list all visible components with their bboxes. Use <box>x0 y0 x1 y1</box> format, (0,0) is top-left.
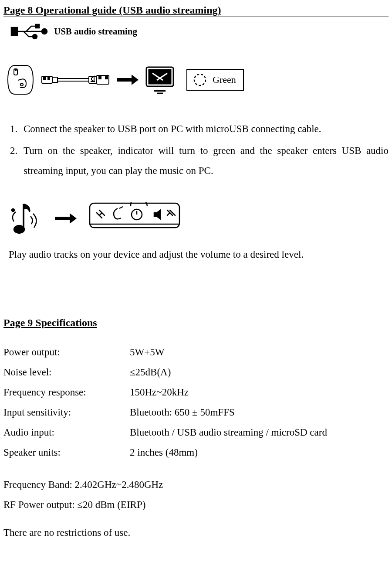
svg-rect-16 <box>99 77 101 79</box>
spec-value: 150Hz~20kHz <box>130 382 189 402</box>
page8-title: Page 8 Operational guide (USB audio stre… <box>3 4 221 17</box>
spec-row: Input sensitivity: Bluetooth: 650 ± 50mF… <box>3 402 389 422</box>
spec-label: Noise level: <box>3 362 130 382</box>
spec-label: Audio input: <box>3 422 130 443</box>
page8-header: Page 8 Operational guide (USB audio stre… <box>3 4 389 17</box>
spec-row: Frequency response: 150Hz~20kHz <box>3 382 389 402</box>
extra-spec-line: Frequency Band: 2.402GHz~2.480GHz <box>3 475 389 495</box>
step-item: Connect the speaker to USB port on PC wi… <box>20 119 389 139</box>
svg-point-26 <box>14 225 24 233</box>
svg-rect-20 <box>149 70 171 84</box>
svg-rect-9 <box>44 78 45 79</box>
svg-point-4 <box>33 34 37 39</box>
specifications-table: Power output: 5W+5W Noise level: ≤25dB(A… <box>3 342 389 463</box>
spec-label: Speaker units: <box>3 443 130 463</box>
usb-streaming-label-row: USB audio streaming <box>9 22 389 41</box>
usb-cable-icon <box>41 72 111 88</box>
spec-label: Power output: <box>3 342 130 362</box>
usb-streaming-label: USB audio streaming <box>54 26 137 37</box>
spec-value: ≤25dB(A) <box>130 362 171 382</box>
extra-specifications: Frequency Band: 2.402GHz~2.480GHz RF Pow… <box>3 475 389 515</box>
svg-rect-11 <box>52 77 57 82</box>
restrictions-note: There are no restrictions of use. <box>3 527 389 538</box>
music-note-icon <box>8 199 43 238</box>
spec-row: Speaker units: 2 inches (48mm) <box>3 443 389 463</box>
spec-row: Audio input: Bluetooth / USB audio strea… <box>3 422 389 443</box>
controls-panel-icon <box>89 202 180 235</box>
svg-point-7 <box>20 83 23 86</box>
page9-title: Page 9 Specifications <box>3 317 97 329</box>
monitor-icon <box>145 65 175 94</box>
usb-icon <box>9 22 48 41</box>
play-instruction: Play audio tracks on your device and adj… <box>9 249 389 260</box>
svg-rect-10 <box>48 78 50 79</box>
svg-point-2 <box>42 29 47 34</box>
spec-value: 2 inches (48mm) <box>130 443 198 463</box>
spec-label: Frequency response: <box>3 382 130 402</box>
page9-header: Page 9 Specifications <box>3 317 389 329</box>
svg-rect-3 <box>36 24 39 28</box>
spec-row: Noise level: ≤25dB(A) <box>3 362 389 382</box>
instruction-steps: Connect the speaker to USB port on PC wi… <box>3 119 389 181</box>
svg-point-27 <box>12 209 14 211</box>
spec-value: Bluetooth: 650 ± 50mFFS <box>130 402 235 422</box>
svg-point-6 <box>15 69 17 71</box>
step-item: Turn on the speaker, indicator will turn… <box>20 141 389 181</box>
led-indicator-box: Green <box>186 69 244 91</box>
play-diagram <box>8 197 389 240</box>
svg-rect-0 <box>11 27 17 35</box>
led-icon <box>193 72 207 87</box>
connection-diagram: Green <box>6 62 389 97</box>
speaker-icon <box>6 64 35 96</box>
svg-point-25 <box>194 74 206 85</box>
arrow-icon <box>55 213 77 224</box>
spec-row: Power output: 5W+5W <box>3 342 389 362</box>
extra-spec-line: RF Power output: ≤20 dBm (EIRP) <box>3 495 389 515</box>
led-color-label: Green <box>213 74 236 85</box>
spec-label: Input sensitivity: <box>3 402 130 422</box>
spec-value: 5W+5W <box>130 342 164 362</box>
svg-rect-17 <box>105 77 108 79</box>
spec-value: Bluetooth / USB audio streaming / microS… <box>130 422 327 443</box>
arrow-icon <box>117 75 139 85</box>
